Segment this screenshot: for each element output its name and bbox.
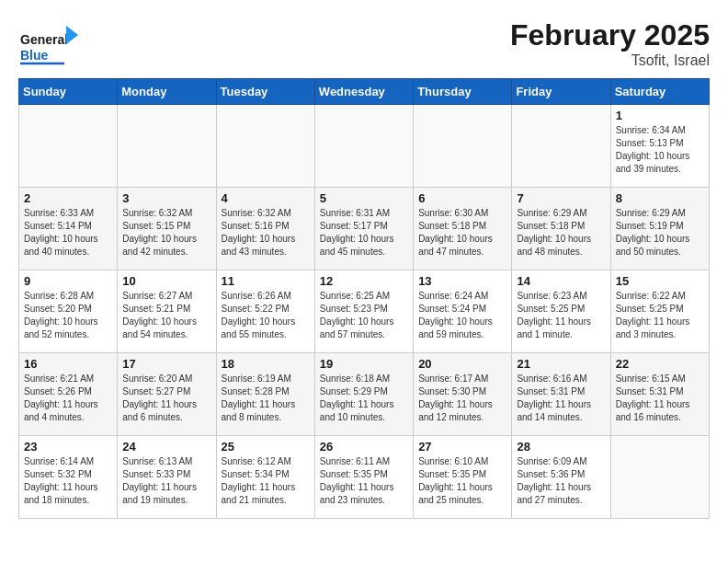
day-number: 17 <box>122 357 210 371</box>
day-info: Sunrise: 6:16 AM Sunset: 5:31 PM Dayligh… <box>517 373 605 424</box>
day-info: Sunrise: 6:25 AM Sunset: 5:23 PM Dayligh… <box>320 290 408 341</box>
logo-icon: General Blue <box>18 18 78 69</box>
day-number: 19 <box>320 357 408 371</box>
day-number: 21 <box>517 357 605 371</box>
day-number: 27 <box>418 440 506 454</box>
day-info: Sunrise: 6:21 AM Sunset: 5:26 PM Dayligh… <box>24 373 112 424</box>
day-info: Sunrise: 6:20 AM Sunset: 5:27 PM Dayligh… <box>122 373 210 424</box>
day-info: Sunrise: 6:10 AM Sunset: 5:35 PM Dayligh… <box>418 455 506 507</box>
calendar-cell: 20Sunrise: 6:17 AM Sunset: 5:30 PM Dayli… <box>414 353 512 436</box>
calendar-cell: 27Sunrise: 6:10 AM Sunset: 5:35 PM Dayli… <box>414 436 512 519</box>
calendar-week-row: 16Sunrise: 6:21 AM Sunset: 5:26 PM Dayli… <box>19 353 710 436</box>
calendar-title: February 2025 <box>510 18 710 52</box>
day-number: 18 <box>222 357 310 371</box>
calendar-cell: 11Sunrise: 6:26 AM Sunset: 5:22 PM Dayli… <box>216 270 314 353</box>
weekday-friday: Friday <box>512 79 610 105</box>
day-info: Sunrise: 6:31 AM Sunset: 5:17 PM Dayligh… <box>320 207 408 259</box>
day-number: 5 <box>320 191 408 205</box>
calendar-cell: 19Sunrise: 6:18 AM Sunset: 5:29 PM Dayli… <box>314 353 413 436</box>
calendar-cell: 5Sunrise: 6:31 AM Sunset: 5:17 PM Daylig… <box>314 188 413 270</box>
day-number: 9 <box>24 274 112 288</box>
weekday-wednesday: Wednesday <box>314 79 413 105</box>
calendar-week-row: 1Sunrise: 6:34 AM Sunset: 5:13 PM Daylig… <box>19 105 710 188</box>
day-number: 20 <box>418 357 506 371</box>
day-info: Sunrise: 6:29 AM Sunset: 5:18 PM Dayligh… <box>517 207 605 259</box>
weekday-thursday: Thursday <box>414 79 512 105</box>
day-number: 24 <box>122 440 210 454</box>
calendar-cell <box>216 105 314 188</box>
calendar-cell: 18Sunrise: 6:19 AM Sunset: 5:28 PM Dayli… <box>216 353 314 436</box>
day-number: 1 <box>616 109 704 122</box>
calendar-cell: 28Sunrise: 6:09 AM Sunset: 5:36 PM Dayli… <box>512 436 610 519</box>
day-info: Sunrise: 6:24 AM Sunset: 5:24 PM Dayligh… <box>418 290 506 341</box>
day-number: 28 <box>517 440 605 454</box>
calendar-cell: 4Sunrise: 6:32 AM Sunset: 5:16 PM Daylig… <box>216 188 314 270</box>
day-info: Sunrise: 6:14 AM Sunset: 5:32 PM Dayligh… <box>24 455 112 507</box>
calendar-week-row: 2Sunrise: 6:33 AM Sunset: 5:14 PM Daylig… <box>19 188 710 270</box>
day-number: 12 <box>320 274 408 288</box>
weekday-header-row: SundayMondayTuesdayWednesdayThursdayFrid… <box>19 79 710 105</box>
calendar-cell: 2Sunrise: 6:33 AM Sunset: 5:14 PM Daylig… <box>19 188 118 270</box>
day-info: Sunrise: 6:18 AM Sunset: 5:29 PM Dayligh… <box>320 373 408 424</box>
calendar-table: SundayMondayTuesdayWednesdayThursdayFrid… <box>18 78 710 519</box>
weekday-monday: Monday <box>118 79 216 105</box>
calendar-cell <box>512 105 610 188</box>
calendar-cell: 24Sunrise: 6:13 AM Sunset: 5:33 PM Dayli… <box>118 436 216 519</box>
day-number: 8 <box>616 191 704 205</box>
calendar-cell: 8Sunrise: 6:29 AM Sunset: 5:19 PM Daylig… <box>610 188 709 270</box>
day-number: 10 <box>122 274 210 288</box>
day-number: 2 <box>24 191 112 205</box>
day-info: Sunrise: 6:30 AM Sunset: 5:18 PM Dayligh… <box>418 207 506 259</box>
calendar-cell <box>19 105 118 188</box>
day-info: Sunrise: 6:11 AM Sunset: 5:35 PM Dayligh… <box>320 455 408 507</box>
calendar-cell: 26Sunrise: 6:11 AM Sunset: 5:35 PM Dayli… <box>314 436 413 519</box>
day-number: 11 <box>222 274 310 288</box>
day-info: Sunrise: 6:17 AM Sunset: 5:30 PM Dayligh… <box>418 373 506 424</box>
day-info: Sunrise: 6:13 AM Sunset: 5:33 PM Dayligh… <box>122 455 210 507</box>
day-number: 16 <box>24 357 112 371</box>
day-info: Sunrise: 6:26 AM Sunset: 5:22 PM Dayligh… <box>222 290 310 341</box>
calendar-cell: 12Sunrise: 6:25 AM Sunset: 5:23 PM Dayli… <box>314 270 413 353</box>
day-number: 13 <box>418 274 506 288</box>
calendar-cell: 16Sunrise: 6:21 AM Sunset: 5:26 PM Dayli… <box>19 353 118 436</box>
day-info: Sunrise: 6:33 AM Sunset: 5:14 PM Dayligh… <box>24 207 112 259</box>
calendar-cell: 6Sunrise: 6:30 AM Sunset: 5:18 PM Daylig… <box>414 188 512 270</box>
weekday-saturday: Saturday <box>610 79 709 105</box>
day-info: Sunrise: 6:22 AM Sunset: 5:25 PM Dayligh… <box>616 290 704 341</box>
calendar-cell: 13Sunrise: 6:24 AM Sunset: 5:24 PM Dayli… <box>414 270 512 353</box>
day-number: 14 <box>517 274 605 288</box>
calendar-cell: 17Sunrise: 6:20 AM Sunset: 5:27 PM Dayli… <box>118 353 216 436</box>
page-header: General Blue February 2025 Tsofit, Israe… <box>18 18 710 69</box>
day-number: 4 <box>222 191 310 205</box>
day-number: 6 <box>418 191 506 205</box>
day-info: Sunrise: 6:32 AM Sunset: 5:15 PM Dayligh… <box>122 207 210 259</box>
calendar-cell: 25Sunrise: 6:12 AM Sunset: 5:34 PM Dayli… <box>216 436 314 519</box>
day-number: 26 <box>320 440 408 454</box>
calendar-week-row: 23Sunrise: 6:14 AM Sunset: 5:32 PM Dayli… <box>19 436 710 519</box>
calendar-cell <box>610 436 709 519</box>
calendar-cell <box>314 105 413 188</box>
title-block: February 2025 Tsofit, Israel <box>510 18 710 69</box>
day-number: 22 <box>616 357 704 371</box>
day-info: Sunrise: 6:09 AM Sunset: 5:36 PM Dayligh… <box>517 455 605 507</box>
day-number: 3 <box>122 191 210 205</box>
day-info: Sunrise: 6:29 AM Sunset: 5:19 PM Dayligh… <box>616 207 704 259</box>
day-info: Sunrise: 6:15 AM Sunset: 5:31 PM Dayligh… <box>616 373 704 424</box>
logo: General Blue <box>18 18 78 69</box>
day-number: 7 <box>517 191 605 205</box>
calendar-cell: 14Sunrise: 6:23 AM Sunset: 5:25 PM Dayli… <box>512 270 610 353</box>
svg-text:Blue: Blue <box>20 48 49 63</box>
day-info: Sunrise: 6:34 AM Sunset: 5:13 PM Dayligh… <box>616 124 704 176</box>
calendar-cell: 21Sunrise: 6:16 AM Sunset: 5:31 PM Dayli… <box>512 353 610 436</box>
calendar-cell: 15Sunrise: 6:22 AM Sunset: 5:25 PM Dayli… <box>610 270 709 353</box>
weekday-tuesday: Tuesday <box>216 79 314 105</box>
calendar-cell: 3Sunrise: 6:32 AM Sunset: 5:15 PM Daylig… <box>118 188 216 270</box>
svg-text:General: General <box>20 32 68 47</box>
day-info: Sunrise: 6:12 AM Sunset: 5:34 PM Dayligh… <box>222 455 310 507</box>
calendar-cell <box>414 105 512 188</box>
calendar-cell <box>118 105 216 188</box>
day-info: Sunrise: 6:27 AM Sunset: 5:21 PM Dayligh… <box>122 290 210 341</box>
svg-marker-1 <box>66 26 78 44</box>
day-number: 25 <box>222 440 310 454</box>
calendar-subtitle: Tsofit, Israel <box>510 52 710 69</box>
